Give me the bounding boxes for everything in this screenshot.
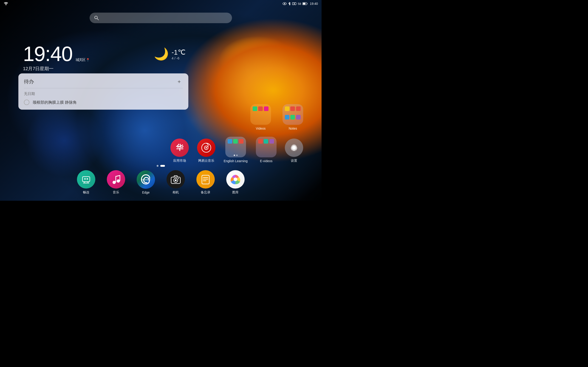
search-bar[interactable] [90,13,232,23]
todo-title: 待办 [24,78,34,85]
svg-line-7 [97,19,99,20]
lianmei-icon [77,170,95,189]
todo-divider [24,88,183,88]
app-label-settings: 设置 [291,159,297,163]
status-bar-right: 58 19:40 [283,2,318,6]
todo-add-button[interactable]: + [175,78,183,85]
english-app-5 [233,148,238,152]
english-app-2 [233,139,238,144]
dock-app-gallery[interactable]: 图库 [226,170,245,194]
battery-level: 58 [298,2,301,6]
videos-folder-icon [250,104,271,125]
dock-app-lianmei[interactable]: 畅连 [77,170,95,194]
notes-app-5 [290,115,295,119]
bluetooth-icon [288,2,291,6]
camera-icon [166,170,185,189]
page-dots [157,165,165,167]
svg-point-1 [284,3,285,4]
todo-header: 待办 + [24,78,183,85]
svg-rect-2 [292,2,294,5]
dock-app-memo[interactable]: 备忘录 [196,170,215,194]
weather-widget: 🌙 -1℃ 4 / -6 [154,47,186,61]
english-app-1 [228,139,232,144]
svg-rect-24 [202,175,209,184]
folder-app-3 [264,106,268,111]
todo-item-text: 颈根部的胸膜上膜 静脉角 [33,100,77,105]
memo-icon [196,170,215,189]
sim-icon [292,2,296,5]
app-label-netease: 网易云音乐 [198,159,214,163]
netease-icon [197,139,216,157]
dock-label-gallery: 图库 [232,190,239,194]
date-display: 12月7日星期一 [23,66,89,72]
todo-checkbox[interactable] [24,100,29,105]
notes-app-3 [296,106,301,111]
evid-app-2 [264,139,268,144]
svg-point-17 [112,181,116,184]
app-grid-row-2: 华 应用市场 网易云音乐 [170,137,303,163]
dock-label-edge: Edge [142,191,150,194]
dock-app-music[interactable]: 音乐 [107,170,125,194]
netease-music-svg [201,143,211,153]
edge-icon [137,170,155,189]
appmarket-icon: 华 [170,139,189,157]
app-icon-netease[interactable]: 网易云音乐 [197,139,216,163]
evid-app-1 [258,139,263,144]
pager-dot-1 [233,155,235,156]
camera-svg [170,174,181,185]
dock-app-edge[interactable]: Edge [137,170,155,194]
status-bar-left [4,2,8,6]
svg-point-6 [95,16,97,19]
english-app-3 [239,139,243,144]
app-icon-settings[interactable]: 设置 [285,139,303,163]
svg-line-19 [116,175,120,176]
todo-widget: 待办 + 无日期 颈根部的胸膜上膜 静脉角 [18,73,188,110]
dock-app-camera[interactable]: 相机 [166,170,185,194]
page-dot-1[interactable] [157,165,158,167]
svg-rect-3 [294,2,296,5]
notes-app-6 [296,115,301,119]
notes-app-1 [285,106,289,111]
eye-icon [283,2,287,5]
svg-point-29 [233,177,237,181]
svg-point-18 [117,179,120,183]
app-grid-row-1: Videos Notes [170,104,303,130]
battery-icon [303,2,308,5]
memo-svg [200,174,211,185]
dock-label-music: 音乐 [113,190,119,194]
gallery-icon [226,170,245,189]
app-icon-appmarket[interactable]: 华 应用市场 [170,139,189,163]
status-time: 19:40 [310,2,318,6]
app-icon-english[interactable]: English Learning [224,137,248,163]
evideos-folder-icon [256,137,277,157]
app-icon-evideos[interactable]: E-videos [256,137,277,163]
english-app-6 [239,148,243,152]
app-icon-notes[interactable]: Notes [283,104,303,130]
music-icon [107,170,125,189]
todo-item[interactable]: 颈根部的胸膜上膜 静脉角 [24,100,183,105]
evid-app-3 [269,139,274,144]
svg-rect-14 [82,177,90,182]
music-svg [111,174,121,185]
folder-app-1 [253,106,257,111]
folder-app-2 [258,106,263,111]
app-dock: 畅连 音乐 Edge [0,169,321,201]
page-dot-2[interactable] [160,165,165,167]
svg-point-22 [175,179,177,181]
english-app-4 [228,148,232,152]
dock-label-lianmei: 畅连 [83,190,89,194]
time-display: 19:40 城关区 📍 [23,44,89,64]
dock-label-memo: 备忘录 [201,190,210,194]
app-label-english: English Learning [224,159,248,163]
notes-app-4 [285,115,289,119]
app-label-notes: Notes [289,127,297,130]
svg-rect-5 [303,3,305,5]
svg-point-16 [86,178,88,180]
app-icon-videos[interactable]: Videos [250,104,271,130]
search-bar-container [90,13,232,23]
app-label-videos: Videos [256,127,266,130]
evid-app-5 [264,148,268,152]
wifi-icon [4,2,8,6]
gallery-svg [230,174,241,185]
notes-app-2 [290,106,295,111]
